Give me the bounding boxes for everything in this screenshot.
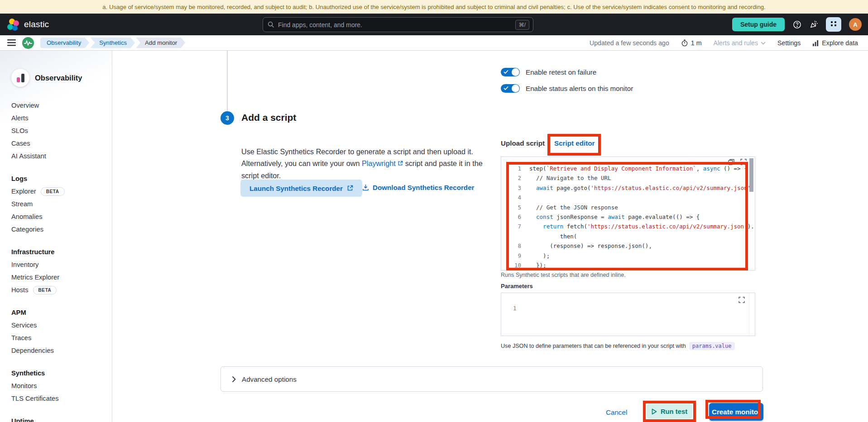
sidebar-item-overview[interactable]: Overview [11,99,112,112]
params-value-badge: params.value [689,342,735,350]
search-icon [268,21,274,28]
parameters-label: Parameters [501,283,533,289]
alerts-and-rules-menu[interactable]: Alerts and rules [713,39,766,47]
help-icon[interactable] [792,20,801,29]
annotation-box-create-monitor [705,400,761,419]
sidebar-header: Observability [11,69,112,87]
apps-grid-button[interactable] [826,17,841,32]
step-description: Use Elastic Synthetics Recorder to gener… [241,146,489,181]
fullscreen-icon[interactable] [739,297,745,303]
toggle-row: Enable status alerts on this monitor [501,84,633,93]
app-screen: a. Usage of service/system may be monito… [0,0,868,422]
stopwatch-icon [681,39,688,47]
toggle-row: Enable retest on failure [501,68,596,76]
elastic-logo-text: elastic [24,19,49,29]
external-link-icon [398,161,403,166]
sidebar-item-hosts[interactable]: HostsBETA [11,284,112,296]
apps-grid-icon [830,21,837,28]
sidebar-item-cases[interactable]: Cases [11,137,112,150]
sidebar-nav: OverviewAlertsSLOsCasesAI AssistantLogsE… [11,99,112,422]
toggle-label: Enable status alerts on this monitor [526,85,633,92]
download-synthetics-recorder-link[interactable]: Download Synthetics Recorder [362,184,474,191]
sidebar-item-inventory[interactable]: Inventory [11,258,112,271]
sidebar: Observability OverviewAlertsSLOsCasesAI … [0,51,112,422]
sidebar-item-stream[interactable]: Stream [11,198,112,210]
search-shortcut-badge: ⌘/ [515,20,529,30]
editor-caption: Runs Synthetic test scripts that are def… [501,272,626,278]
advanced-options-label: Advanced options [242,375,297,383]
download-icon [362,184,369,191]
news-icon[interactable] [809,20,818,29]
sidebar-title: Observability [35,74,82,82]
step-title: Add a script [241,112,296,123]
annotation-box-code-editor [506,162,748,270]
toggle-label: Enable retest on failure [526,68,596,76]
search-placeholder: Find apps, content, and more. [278,21,515,28]
external-link-icon [347,185,353,191]
sidebar-section-apm: APM [11,306,112,319]
updated-status-text: Updated a few seconds ago [590,39,669,47]
beta-badge: BETA [41,187,65,196]
parameters-editor[interactable]: 1 [501,293,755,336]
step-connector-line [227,51,228,111]
sidebar-item-ai-assistant[interactable]: AI Assistant [11,150,112,162]
parameters-line-number: 1 [513,305,517,312]
sidebar-item-tls-certificates[interactable]: TLS Certificates [11,392,112,405]
parameters-scroll-gutter [749,293,749,336]
playwright-link[interactable]: Playwright [362,159,403,167]
sidebar-item-anomalies[interactable]: Anomalies [11,210,112,223]
annotation-box-script-editor-tab [547,134,601,156]
breadcrumb-item-observability[interactable]: Observability [40,38,89,48]
sidebar-section-infrastructure: Infrastructure [11,246,112,258]
interval-indicator[interactable]: 1 m [681,39,702,47]
chevron-down-icon [761,42,766,45]
elastic-logo-icon [7,19,19,31]
annotation-box-run-test [643,401,696,422]
toggle-switch[interactable] [501,84,520,93]
warning-banner-text: a. Usage of service/system may be monito… [102,4,766,10]
sidebar-section-logs: Logs [11,172,112,185]
parameters-help-text: Use JSON to define parameters that can b… [501,342,735,350]
sidebar-item-traces[interactable]: Traces [11,332,112,344]
main-content: 3 Add a script Use Elastic Synthetics Re… [113,51,868,422]
hamburger-icon [7,39,16,46]
sidebar-item-explorer[interactable]: ExplorerBETA [11,185,112,198]
cancel-button[interactable]: Cancel [606,408,627,416]
synthetics-app-icon[interactable] [22,37,34,49]
sidebar-item-dependencies[interactable]: Dependencies [11,344,112,357]
warning-banner: a. Usage of service/system may be monito… [0,0,868,14]
global-search-input[interactable]: Find apps, content, and more. ⌘/ [263,17,533,32]
sidebar-item-slos[interactable]: SLOs [11,124,112,137]
breadcrumb-item-add-monitor: Add monitor [136,38,185,48]
toggle-switch[interactable] [501,68,520,76]
breadcrumb: ObservabilitySyntheticsAdd monitor [40,38,185,48]
sidebar-item-alerts[interactable]: Alerts [11,112,112,124]
sidebar-item-metrics-explorer[interactable]: Metrics Explorer [11,271,112,284]
elastic-logo[interactable]: elastic [7,19,49,31]
explore-data-icon [812,40,819,47]
sidebar-item-categories[interactable]: Categories [11,223,112,236]
user-avatar[interactable]: A [849,18,862,31]
sidebar-item-services[interactable]: Services [11,319,112,332]
editor-scrollbar-thumb[interactable] [749,158,753,192]
beta-badge: BETA [33,286,57,294]
step-number-badge: 3 [221,111,234,125]
tab-upload-script[interactable]: Upload script [501,139,545,147]
breadcrumb-bar: ObservabilitySyntheticsAdd monitor Updat… [0,35,868,51]
explore-data-link[interactable]: Explore data [812,39,858,47]
sidebar-section-synthetics: Synthetics [11,367,112,379]
sidebar-section-uptime: Uptime [11,415,112,422]
observability-logo-icon [11,69,29,87]
check-icon [504,70,508,74]
chevron-right-icon [232,376,236,383]
launch-synthetics-recorder-button[interactable]: Launch Synthetics Recorder [240,180,362,197]
sidebar-item-monitors[interactable]: Monitors [11,379,112,392]
setup-guide-button[interactable]: Setup guide [732,18,785,31]
advanced-options-accordion[interactable]: Advanced options [221,366,763,392]
breadcrumb-item-synthetics[interactable]: Synthetics [90,38,135,48]
global-header: elastic Find apps, content, and more. ⌘/… [0,14,868,35]
menu-toggle-button[interactable] [7,39,16,46]
settings-link[interactable]: Settings [777,39,801,47]
check-icon [504,86,508,90]
